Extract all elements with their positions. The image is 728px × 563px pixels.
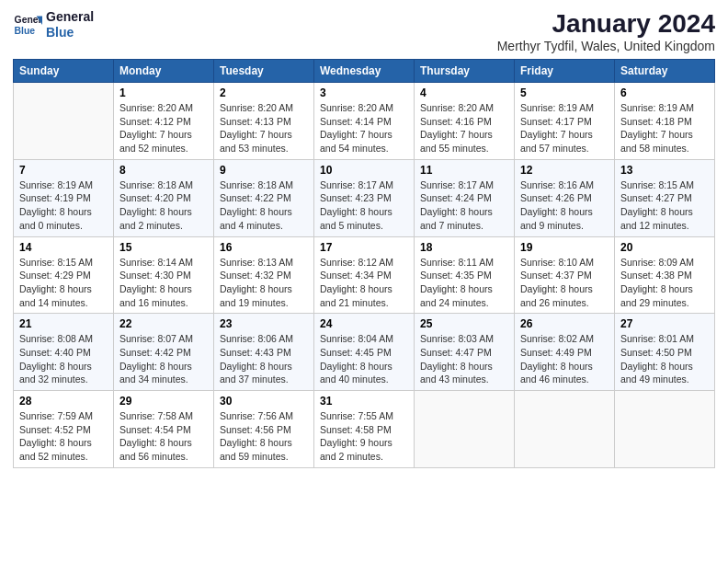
day-number: 1 (119, 86, 208, 99)
day-info: Sunrise: 8:06 AMSunset: 4:43 PMDaylight:… (220, 332, 308, 386)
calendar-cell: 26Sunrise: 8:02 AMSunset: 4:49 PMDayligh… (515, 314, 615, 391)
calendar-cell: 20Sunrise: 8:09 AMSunset: 4:38 PMDayligh… (615, 236, 715, 314)
calendar-cell: 21Sunrise: 8:08 AMSunset: 4:40 PMDayligh… (14, 314, 114, 391)
day-number: 23 (220, 317, 308, 330)
day-info: Sunrise: 8:19 AMSunset: 4:18 PMDaylight:… (620, 101, 709, 155)
day-number: 8 (119, 164, 208, 177)
day-info: Sunrise: 8:09 AMSunset: 4:38 PMDaylight:… (620, 256, 709, 310)
day-number: 11 (420, 164, 508, 177)
day-info: Sunrise: 8:13 AMSunset: 4:32 PMDaylight:… (220, 256, 308, 310)
day-number: 15 (119, 241, 208, 254)
calendar-cell: 24Sunrise: 8:04 AMSunset: 4:45 PMDayligh… (314, 314, 415, 391)
day-number: 22 (119, 317, 208, 330)
day-number: 5 (520, 86, 609, 99)
day-info: Sunrise: 8:03 AMSunset: 4:47 PMDaylight:… (420, 332, 508, 386)
day-info: Sunrise: 8:19 AMSunset: 4:19 PMDaylight:… (19, 178, 108, 233)
col-thursday: Thursday (415, 60, 515, 83)
main-title: January 2024 (497, 9, 715, 39)
day-info: Sunrise: 8:12 AMSunset: 4:34 PMDaylight:… (320, 256, 408, 310)
day-number: 25 (420, 317, 508, 330)
day-info: Sunrise: 8:15 AMSunset: 4:27 PMDaylight:… (620, 178, 709, 233)
day-number: 10 (320, 164, 408, 177)
calendar-cell: 15Sunrise: 8:14 AMSunset: 4:30 PMDayligh… (114, 236, 214, 314)
col-saturday: Saturday (615, 60, 715, 83)
day-number: 26 (520, 317, 609, 330)
day-number: 6 (620, 86, 709, 99)
col-friday: Friday (515, 60, 615, 83)
calendar-cell: 2Sunrise: 8:20 AMSunset: 4:13 PMDaylight… (214, 83, 314, 160)
day-info: Sunrise: 8:17 AMSunset: 4:23 PMDaylight:… (320, 178, 408, 233)
day-number: 4 (420, 86, 508, 99)
day-info: Sunrise: 8:11 AMSunset: 4:35 PMDaylight:… (420, 256, 508, 310)
calendar-cell: 13Sunrise: 8:15 AMSunset: 4:27 PMDayligh… (615, 159, 715, 236)
calendar-cell: 11Sunrise: 8:17 AMSunset: 4:24 PMDayligh… (415, 159, 515, 236)
day-number: 24 (320, 317, 408, 330)
calendar-cell: 29Sunrise: 7:58 AMSunset: 4:54 PMDayligh… (114, 391, 214, 468)
day-info: Sunrise: 8:20 AMSunset: 4:12 PMDaylight:… (119, 101, 208, 155)
calendar-cell: 14Sunrise: 8:15 AMSunset: 4:29 PMDayligh… (14, 236, 114, 314)
day-info: Sunrise: 7:59 AMSunset: 4:52 PMDaylight:… (19, 409, 108, 464)
day-number: 19 (520, 241, 609, 254)
day-info: Sunrise: 7:58 AMSunset: 4:54 PMDaylight:… (119, 409, 208, 464)
week-row-3: 14Sunrise: 8:15 AMSunset: 4:29 PMDayligh… (14, 236, 715, 314)
calendar-cell: 10Sunrise: 8:17 AMSunset: 4:23 PMDayligh… (314, 159, 415, 236)
day-number: 7 (19, 164, 108, 177)
logo-text: General Blue (46, 9, 94, 40)
calendar-cell: 18Sunrise: 8:11 AMSunset: 4:35 PMDayligh… (415, 236, 515, 314)
day-number: 29 (119, 395, 208, 408)
week-row-1: 1Sunrise: 8:20 AMSunset: 4:12 PMDaylight… (14, 83, 715, 160)
calendar-cell: 31Sunrise: 7:55 AMSunset: 4:58 PMDayligh… (314, 391, 415, 468)
day-number: 17 (320, 241, 408, 254)
calendar-cell: 4Sunrise: 8:20 AMSunset: 4:16 PMDaylight… (415, 83, 515, 160)
svg-text:Blue: Blue (15, 25, 36, 35)
day-info: Sunrise: 8:01 AMSunset: 4:50 PMDaylight:… (620, 332, 709, 386)
day-number: 3 (320, 86, 408, 99)
calendar-body: 1Sunrise: 8:20 AMSunset: 4:12 PMDaylight… (14, 83, 715, 468)
week-row-5: 28Sunrise: 7:59 AMSunset: 4:52 PMDayligh… (14, 391, 715, 468)
col-monday: Monday (114, 60, 214, 83)
day-info: Sunrise: 8:10 AMSunset: 4:37 PMDaylight:… (520, 256, 609, 310)
day-info: Sunrise: 8:20 AMSunset: 4:13 PMDaylight:… (220, 101, 308, 155)
calendar-cell: 17Sunrise: 8:12 AMSunset: 4:34 PMDayligh… (314, 236, 415, 314)
calendar-cell: 5Sunrise: 8:19 AMSunset: 4:17 PMDaylight… (515, 83, 615, 160)
week-row-2: 7Sunrise: 8:19 AMSunset: 4:19 PMDaylight… (14, 159, 715, 236)
calendar-cell: 27Sunrise: 8:01 AMSunset: 4:50 PMDayligh… (615, 314, 715, 391)
calendar-cell: 16Sunrise: 8:13 AMSunset: 4:32 PMDayligh… (214, 236, 314, 314)
calendar-cell: 30Sunrise: 7:56 AMSunset: 4:56 PMDayligh… (214, 391, 314, 468)
day-number: 13 (620, 164, 709, 177)
day-number: 21 (19, 317, 108, 330)
day-info: Sunrise: 7:56 AMSunset: 4:56 PMDaylight:… (220, 409, 308, 464)
day-info: Sunrise: 8:08 AMSunset: 4:40 PMDaylight:… (19, 332, 108, 386)
header: General Blue General Blue January 2024 M… (13, 9, 715, 53)
calendar-table: Sunday Monday Tuesday Wednesday Thursday… (13, 59, 715, 468)
calendar-cell: 6Sunrise: 8:19 AMSunset: 4:18 PMDaylight… (615, 83, 715, 160)
col-tuesday: Tuesday (214, 60, 314, 83)
logo: General Blue General Blue (13, 9, 94, 40)
calendar-cell: 25Sunrise: 8:03 AMSunset: 4:47 PMDayligh… (415, 314, 515, 391)
day-info: Sunrise: 8:16 AMSunset: 4:26 PMDaylight:… (520, 178, 609, 233)
day-info: Sunrise: 8:14 AMSunset: 4:30 PMDaylight:… (119, 256, 208, 310)
calendar-header-row: Sunday Monday Tuesday Wednesday Thursday… (14, 60, 715, 83)
calendar-cell: 28Sunrise: 7:59 AMSunset: 4:52 PMDayligh… (14, 391, 114, 468)
day-number: 14 (19, 241, 108, 254)
calendar-cell: 7Sunrise: 8:19 AMSunset: 4:19 PMDaylight… (14, 159, 114, 236)
calendar-cell: 12Sunrise: 8:16 AMSunset: 4:26 PMDayligh… (515, 159, 615, 236)
calendar-cell: 23Sunrise: 8:06 AMSunset: 4:43 PMDayligh… (214, 314, 314, 391)
day-number: 20 (620, 241, 709, 254)
day-info: Sunrise: 8:20 AMSunset: 4:16 PMDaylight:… (420, 101, 508, 155)
day-info: Sunrise: 8:18 AMSunset: 4:20 PMDaylight:… (119, 178, 208, 233)
day-number: 18 (420, 241, 508, 254)
calendar-cell: 19Sunrise: 8:10 AMSunset: 4:37 PMDayligh… (515, 236, 615, 314)
col-sunday: Sunday (14, 60, 114, 83)
day-info: Sunrise: 8:02 AMSunset: 4:49 PMDaylight:… (520, 332, 609, 386)
calendar-cell (515, 391, 615, 468)
day-number: 16 (220, 241, 308, 254)
col-wednesday: Wednesday (314, 60, 415, 83)
day-info: Sunrise: 8:17 AMSunset: 4:24 PMDaylight:… (420, 178, 508, 233)
calendar-cell (14, 83, 114, 160)
calendar-cell: 1Sunrise: 8:20 AMSunset: 4:12 PMDaylight… (114, 83, 214, 160)
day-number: 31 (320, 395, 408, 408)
day-number: 2 (220, 86, 308, 99)
calendar-cell: 9Sunrise: 8:18 AMSunset: 4:22 PMDaylight… (214, 159, 314, 236)
subtitle: Merthyr Tydfil, Wales, United Kingdom (497, 39, 715, 53)
